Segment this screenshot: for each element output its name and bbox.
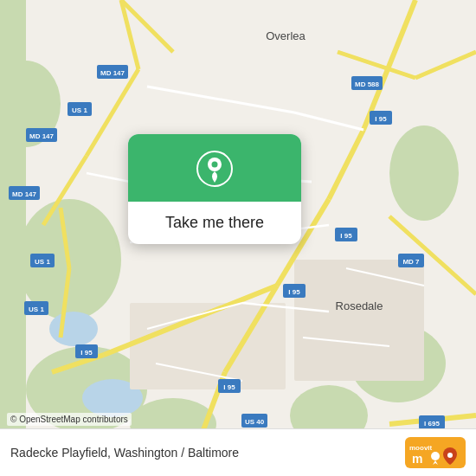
popup-card[interactable]: Take me there — [128, 134, 301, 244]
svg-rect-12 — [294, 260, 424, 381]
svg-point-9 — [49, 312, 98, 346]
svg-text:MD 147: MD 147 — [12, 190, 37, 198]
svg-text:MD 588: MD 588 — [355, 80, 380, 88]
svg-text:US 1: US 1 — [29, 306, 44, 313]
svg-text:I 95: I 95 — [340, 232, 352, 240]
svg-text:m: m — [412, 452, 422, 466]
bottom-bar: Radecke Playfield, Washington / Baltimor… — [0, 428, 476, 476]
popup-button[interactable]: Take me there — [148, 202, 281, 244]
svg-text:I 695: I 695 — [424, 420, 440, 428]
svg-text:I 95: I 95 — [80, 349, 93, 357]
svg-point-78 — [212, 162, 218, 168]
svg-text:US 1: US 1 — [35, 258, 50, 266]
svg-point-6 — [389, 125, 459, 221]
svg-text:I 95: I 95 — [288, 288, 300, 296]
svg-text:I 95: I 95 — [223, 383, 235, 391]
popup-green-header — [128, 134, 301, 202]
svg-text:MD 147: MD 147 — [29, 132, 55, 140]
svg-text:US 1: US 1 — [72, 106, 87, 114]
location-pin-icon — [196, 150, 234, 188]
svg-text:US 40: US 40 — [245, 418, 265, 426]
svg-text:Rosedale: Rosedale — [336, 299, 383, 312]
svg-text:MD 7: MD 7 — [402, 258, 420, 266]
svg-text:moovit: moovit — [409, 444, 433, 452]
svg-text:I 95: I 95 — [375, 115, 387, 123]
svg-text:MD 147: MD 147 — [100, 69, 125, 77]
svg-point-84 — [447, 453, 453, 458]
popup-arrow — [204, 243, 225, 244]
svg-text:Overlea: Overlea — [266, 29, 306, 42]
map-container: US 1 MD 147 MD 147 MD 147 US 1 US 1 MD 5… — [0, 0, 476, 476]
location-text: Radecke Playfield, Washington / Baltimor… — [10, 446, 239, 460]
svg-point-81 — [431, 452, 440, 460]
svg-rect-8 — [0, 0, 26, 476]
osm-attribution: © OpenStreetMap contributors — [7, 413, 132, 426]
moovit-logo: moovit m — [405, 437, 466, 468]
